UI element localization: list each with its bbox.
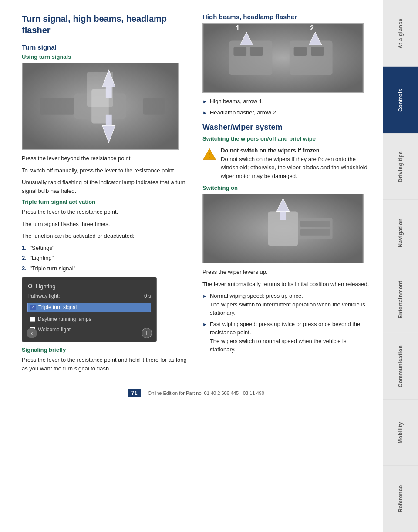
wiper-image	[202, 194, 364, 263]
svg-rect-9	[143, 98, 165, 115]
svg-rect-8	[40, 98, 74, 115]
bullet-arrow-icon-2: ►	[202, 109, 207, 117]
triple-para3: The function can be activated or deactiv…	[22, 232, 189, 240]
turn-signal-para1: Press the lever beyond the resistance po…	[22, 154, 189, 163]
high-beams-bullet1-text: High beams, arrow 1.	[210, 97, 264, 106]
svg-rect-7	[106, 115, 112, 126]
signaling-briefly-text: Press the lever to the resistance point …	[22, 356, 189, 373]
list-num-2: 2.	[22, 255, 27, 261]
wiper-para1: Press the wiper levers up.	[202, 268, 370, 276]
sidebar-tab-communication[interactable]: Communication	[383, 333, 418, 399]
high-beams-bullet2-text: Headlamp flasher, arrow 2.	[210, 108, 277, 117]
pathway-label: Pathway light:	[27, 293, 60, 299]
list-text-3: "Triple turn signal"	[30, 265, 75, 272]
bullet-arrow-icon-1: ►	[202, 98, 207, 105]
high-beams-bullet2: ► Headlamp flasher, arrow 2.	[202, 108, 370, 117]
list-num-1: 1.	[22, 245, 27, 251]
sidebar-tab-controls[interactable]: Controls	[383, 67, 418, 133]
wiper-bullet1: ► Normal wiping speed: press up once. Th…	[202, 292, 370, 317]
svg-rect-21	[311, 47, 324, 56]
svg-rect-18	[233, 47, 246, 56]
svg-rect-20	[294, 47, 307, 56]
triple-turn-signal-title: Triple turn signal activation	[22, 199, 189, 205]
turn-signal-image	[22, 63, 179, 150]
daytime-option-label: Daytime running lamps	[38, 316, 91, 322]
sidebar-tab-at-a-glance[interactable]: At a glance	[383, 0, 418, 67]
list-item-2: 2. "Lighting"	[22, 254, 189, 263]
pathway-value: 0 s	[144, 293, 151, 299]
sidebar-tab-navigation[interactable]: Navigation	[383, 199, 418, 266]
signaling-briefly-title: Signaling briefly	[22, 347, 189, 353]
triple-checkbox[interactable]	[30, 305, 36, 310]
svg-rect-29	[280, 212, 286, 220]
turn-signal-para2: To switch off manually, press the lever …	[22, 166, 189, 175]
bullet-arrow-icon-3: ►	[202, 293, 207, 300]
pathway-light-row: Pathway light: 0 s	[27, 293, 151, 299]
sidebar: At a glance Controls Driving tips Naviga…	[383, 0, 418, 532]
bullet-arrow-icon-4: ►	[202, 321, 207, 328]
plus-btn[interactable]: +	[142, 328, 152, 338]
triple-turn-signal-option[interactable]: Triple turn signal	[27, 303, 151, 312]
wiper-bullet1-sub: The wipers switch to intermittent operat…	[210, 301, 365, 317]
lighting-settings-screenshot: ⚙ Lighting Pathway light: 0 s Triple tur…	[22, 277, 157, 342]
svg-text:1: 1	[236, 24, 239, 32]
sidebar-tab-entertainment[interactable]: Entertainment	[383, 266, 418, 333]
svg-rect-30	[300, 221, 330, 227]
high-beams-image: 1 2	[202, 23, 364, 93]
list-item-3: 3. "Triple turn signal"	[22, 264, 189, 273]
svg-rect-11	[203, 24, 362, 92]
svg-rect-13	[290, 41, 333, 75]
triple-list: 1. "Settings" 2. "Lighting" 3. "Triple t…	[22, 244, 189, 273]
list-num-3: 3.	[22, 265, 27, 272]
list-text-2: "Lighting"	[30, 255, 54, 261]
sidebar-tab-mobility[interactable]: Mobility	[383, 399, 418, 466]
svg-rect-12	[229, 41, 273, 75]
page-number: 71	[128, 389, 141, 397]
svg-rect-19	[250, 47, 263, 56]
lighting-title-bar: ⚙ Lighting	[27, 283, 151, 290]
settings-gear-icon: ⚙	[27, 283, 33, 290]
sidebar-tab-driving-tips[interactable]: Driving tips	[383, 133, 418, 200]
list-text-1: "Settings"	[30, 245, 54, 251]
nav-left-btn[interactable]: ‹	[27, 328, 37, 338]
warning-content: Do not switch on the wipers if frozen Do…	[221, 146, 370, 180]
switching-on-subtitle: Switching on	[202, 185, 370, 191]
daytime-checkbox[interactable]	[30, 317, 35, 322]
svg-text:2: 2	[310, 24, 314, 32]
wiper-bullet2-content: Fast wiping speed: press up twice or pre…	[210, 320, 370, 354]
svg-rect-5	[106, 87, 112, 98]
warning-triangle-icon: !	[202, 147, 216, 161]
wiper-bullet2: ► Fast wiping speed: press up twice or p…	[202, 320, 370, 354]
wiper-para2: The lever automatically returns to its i…	[202, 280, 370, 289]
wiper-bullet1-content: Normal wiping speed: press up once. The …	[210, 292, 370, 317]
wiper-bullet1-text: Normal wiping speed: press up once.	[210, 293, 303, 299]
triple-option-label: Triple turn signal	[38, 304, 77, 310]
high-beams-bullet1: ► High beams, arrow 1.	[202, 97, 370, 106]
turn-signal-para3: Unusually rapid flashing of the indicato…	[22, 178, 189, 195]
footer-text: Online Edition for Part no. 01 40 2 606 …	[148, 391, 264, 396]
daytime-lamps-option[interactable]: Daytime running lamps	[27, 315, 151, 323]
warning-title: Do not switch on the wipers if frozen	[221, 147, 320, 154]
lighting-title-text: Lighting	[36, 283, 56, 290]
sidebar-tab-reference[interactable]: Reference	[383, 465, 418, 532]
page-title: Turn signal, high beams, headlamp flashe…	[22, 13, 189, 36]
high-beams-title: High beams, headlamp flasher	[202, 13, 370, 20]
list-item-1: 1. "Settings"	[22, 244, 189, 253]
switching-wipers-subtitle: Switching the wipers on/off and brief wi…	[202, 135, 370, 142]
turn-signal-section-title: Turn signal	[22, 44, 189, 51]
washer-wiper-title: Washer/wiper system	[202, 123, 370, 132]
triple-para2: The turn signal flashes three times.	[22, 220, 189, 229]
wiper-bullet2-sub: The wipers switch to normal speed when t…	[210, 338, 347, 353]
warning-box: ! Do not switch on the wipers if frozen …	[202, 146, 370, 180]
warning-body: Do not switch on the wipers if they are …	[221, 156, 367, 179]
page-footer: 71 Online Edition for Part no. 01 40 2 6…	[22, 385, 370, 401]
wiper-bullet2-text: Fast wiping speed: press up twice or pre…	[210, 321, 360, 336]
svg-text:!: !	[208, 152, 210, 159]
using-turn-signals-subtitle: Using turn signals	[22, 54, 189, 60]
triple-para1: Press the lever to the resistance point.	[22, 208, 189, 216]
svg-rect-31	[300, 229, 330, 236]
nav-arrows: ‹ +	[27, 328, 152, 338]
